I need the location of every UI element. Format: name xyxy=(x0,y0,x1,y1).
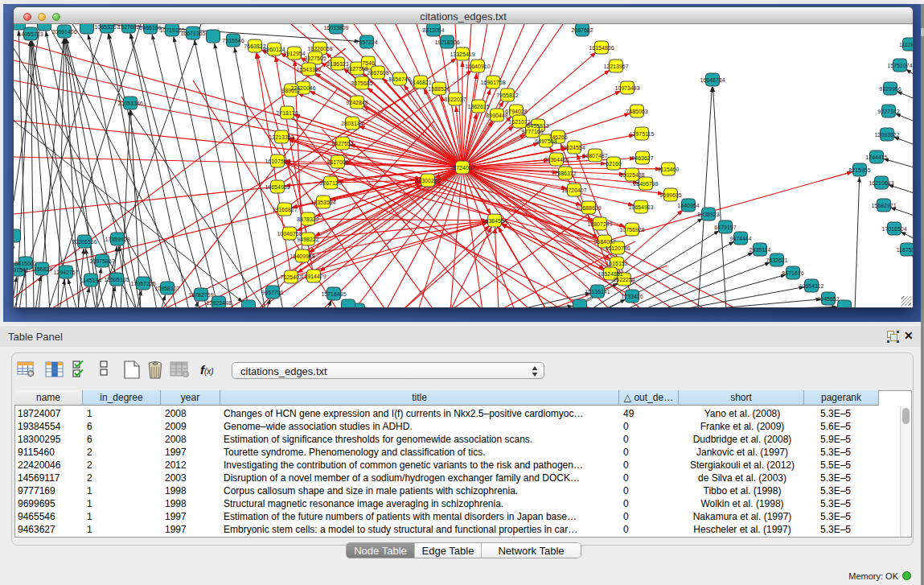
svg-text:9657791: 9657791 xyxy=(261,290,283,295)
svg-text:15692971: 15692971 xyxy=(871,203,896,208)
svg-text:7955812: 7955812 xyxy=(496,93,518,98)
svg-text:7632621: 7632621 xyxy=(766,257,787,263)
svg-text:9115460: 9115460 xyxy=(658,167,680,172)
svg-text:8960124: 8960124 xyxy=(263,47,285,52)
svg-text:8215955: 8215955 xyxy=(848,167,870,173)
svg-text:12213967: 12213967 xyxy=(603,64,628,69)
svg-text:9699695: 9699695 xyxy=(659,192,681,198)
svg-text:9327508: 9327508 xyxy=(346,66,368,72)
svg-text:989612: 989612 xyxy=(281,88,300,93)
svg-text:3267130: 3267130 xyxy=(319,180,341,186)
svg-text:18300295: 18300295 xyxy=(415,178,440,183)
svg-text:2935114: 2935114 xyxy=(749,247,771,253)
svg-text:9817006: 9817006 xyxy=(326,159,348,165)
svg-text:16210643: 16210643 xyxy=(869,180,893,186)
svg-text:1527602: 1527602 xyxy=(117,24,139,30)
svg-text:20975867: 20975867 xyxy=(89,258,114,264)
svg-text:16671355: 16671355 xyxy=(180,31,205,36)
svg-text:7515546: 7515546 xyxy=(222,38,244,43)
svg-text:20364436: 20364436 xyxy=(544,157,569,163)
svg-text:9463627: 9463627 xyxy=(631,155,653,161)
svg-text:16120746: 16120746 xyxy=(605,245,630,251)
svg-text:1733426: 1733426 xyxy=(621,294,643,299)
svg-text:3875685: 3875685 xyxy=(351,80,372,86)
svg-text:9474444: 9474444 xyxy=(729,236,751,241)
svg-text:16961758: 16961758 xyxy=(480,80,505,85)
svg-text:15136141: 15136141 xyxy=(585,289,610,295)
svg-text:1145194: 1145194 xyxy=(80,278,102,283)
svg-text:7485063: 7485063 xyxy=(626,109,647,114)
svg-text:12942757: 12942757 xyxy=(53,270,78,275)
svg-text:19166827: 19166827 xyxy=(272,207,297,212)
svg-text:6466160: 6466160 xyxy=(139,25,161,31)
svg-text:6479197: 6479197 xyxy=(714,225,736,230)
svg-text:20206556: 20206556 xyxy=(72,239,97,245)
svg-text:18226058: 18226058 xyxy=(307,46,332,51)
svg-text:10654112: 10654112 xyxy=(799,283,824,289)
svg-text:18524851: 18524851 xyxy=(598,271,622,277)
svg-text:62160: 62160 xyxy=(606,161,622,167)
svg-text:8454749: 8454749 xyxy=(388,76,410,82)
svg-text:14055713: 14055713 xyxy=(18,31,43,37)
svg-text:9777169: 9777169 xyxy=(521,129,543,134)
svg-text:10046768: 10046768 xyxy=(277,231,302,237)
svg-text:20053346: 20053346 xyxy=(117,101,142,106)
svg-text:9242848: 9242848 xyxy=(346,100,368,105)
svg-text:8415001: 8415001 xyxy=(14,261,36,266)
svg-text:1615152: 1615152 xyxy=(606,261,627,266)
svg-text:9498222: 9498222 xyxy=(297,237,318,242)
svg-text:17975115: 17975115 xyxy=(630,131,655,137)
svg-text:16033809: 16033809 xyxy=(323,25,348,31)
svg-text:8813054: 8813054 xyxy=(422,27,444,33)
svg-text:10807487: 10807487 xyxy=(582,153,607,159)
svg-text:15720407: 15720407 xyxy=(561,187,586,193)
svg-text:6794028: 6794028 xyxy=(505,109,527,114)
svg-text:10653267: 10653267 xyxy=(94,24,119,30)
svg-text:746266: 746266 xyxy=(548,134,567,140)
svg-text:12505135: 12505135 xyxy=(104,277,129,282)
svg-text:1244415: 1244415 xyxy=(865,154,887,160)
svg-text:7357224: 7357224 xyxy=(355,39,377,45)
svg-text:9146821: 9146821 xyxy=(409,80,431,85)
svg-text:9329966: 9329966 xyxy=(879,86,901,92)
svg-text:1588520: 1588520 xyxy=(428,86,450,92)
svg-text:18807249: 18807249 xyxy=(587,221,612,227)
svg-text:2522254: 2522254 xyxy=(613,277,634,282)
svg-text:8322037: 8322037 xyxy=(444,97,466,102)
svg-text:7386372: 7386372 xyxy=(554,171,576,176)
svg-text:16154836: 16154836 xyxy=(589,45,614,51)
svg-text:6455813: 6455813 xyxy=(527,123,548,129)
svg-text:1167533: 1167533 xyxy=(897,247,913,253)
svg-text:16107553: 16107553 xyxy=(265,159,290,164)
svg-text:28495798: 28495798 xyxy=(633,181,658,187)
svg-text:8878332: 8878332 xyxy=(297,216,318,222)
svg-text:17016504: 17016504 xyxy=(881,226,906,232)
svg-text:16914479: 16914479 xyxy=(301,274,326,279)
svg-text:2803144: 2803144 xyxy=(341,121,363,126)
svg-text:9391541: 9391541 xyxy=(14,267,29,273)
svg-text:2087682: 2087682 xyxy=(571,27,593,33)
svg-text:2867608: 2867608 xyxy=(367,70,388,76)
svg-text:9245652: 9245652 xyxy=(817,296,839,302)
svg-text:16782759: 16782759 xyxy=(188,292,213,298)
svg-text:10756928: 10756928 xyxy=(619,227,644,233)
svg-text:19218506: 19218506 xyxy=(434,39,459,45)
svg-text:10688609: 10688609 xyxy=(576,205,601,211)
svg-text:12923448: 12923448 xyxy=(206,300,231,306)
svg-text:20691406: 20691406 xyxy=(51,29,76,35)
svg-text:9227342: 9227342 xyxy=(877,109,899,114)
svg-text:16543382: 16543382 xyxy=(296,67,321,72)
svg-text:19654933: 19654933 xyxy=(265,184,290,190)
svg-text:8427552: 8427552 xyxy=(331,141,353,146)
svg-text:1156829: 1156829 xyxy=(31,266,53,272)
svg-text:1362615: 1362615 xyxy=(467,104,489,109)
svg-text:12353594: 12353594 xyxy=(310,200,335,205)
svg-text:16648784: 16648784 xyxy=(700,77,725,83)
svg-text:1112833: 1112833 xyxy=(899,42,913,47)
svg-text:19384554: 19384554 xyxy=(482,218,507,224)
svg-text:9684067: 9684067 xyxy=(593,239,615,245)
svg-text:15716485: 15716485 xyxy=(321,291,346,297)
svg-text:16640910: 16640910 xyxy=(465,64,490,69)
svg-text:16409948: 16409948 xyxy=(290,253,314,259)
svg-text:7546: 7546 xyxy=(362,60,375,66)
